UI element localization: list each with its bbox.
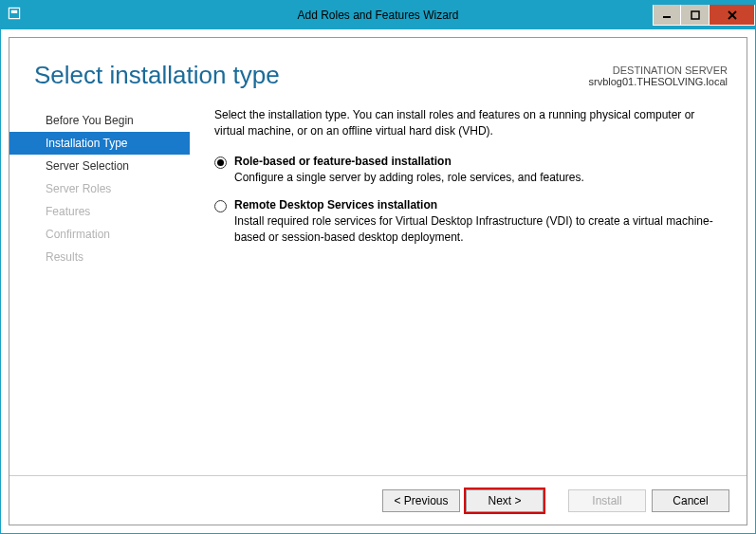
radio-desc: Install required role services for Virtu… (234, 213, 728, 246)
app-icon (7, 6, 26, 25)
radio-desc: Configure a single server by adding role… (234, 170, 728, 186)
content-outer: Select installation type DESTINATION SER… (1, 29, 755, 533)
sidebar-item-confirmation: Confirmation (9, 223, 190, 246)
radio-title: Remote Desktop Services installation (234, 198, 728, 212)
svg-rect-1 (11, 10, 17, 13)
sidebar: Before You Begin Installation Type Serve… (9, 107, 190, 475)
main-content: Select the installation type. You can in… (190, 107, 747, 475)
maximize-button[interactable] (681, 5, 710, 26)
page-title: Select installation type (34, 61, 280, 90)
intro-text: Select the installation type. You can in… (214, 107, 728, 139)
sidebar-item-results: Results (9, 246, 190, 268)
next-button[interactable]: Next > (466, 489, 544, 512)
sidebar-item-before-you-begin[interactable]: Before You Begin (9, 109, 190, 132)
destination-label: DESTINATION SERVER (588, 64, 728, 76)
titlebar: Add Roles and Features Wizard (1, 1, 755, 29)
cancel-button[interactable]: Cancel (652, 489, 729, 512)
sidebar-item-server-roles: Server Roles (9, 177, 190, 200)
radio-option-role-based[interactable]: Role-based or feature-based installation… (214, 155, 728, 186)
minimize-button[interactable] (653, 5, 681, 26)
close-button[interactable] (710, 5, 755, 26)
close-icon (728, 10, 737, 20)
destination-block: DESTINATION SERVER srvblog01.THESOLVING.… (588, 64, 728, 87)
radio-texts: Role-based or feature-based installation… (234, 155, 728, 186)
window-title: Add Roles and Features Wizard (1, 9, 755, 22)
install-button: Install (568, 489, 646, 512)
sidebar-item-installation-type[interactable]: Installation Type (9, 132, 190, 155)
content-panel: Select installation type DESTINATION SER… (9, 37, 747, 525)
destination-value: srvblog01.THESOLVING.local (588, 76, 728, 87)
minimize-icon (662, 10, 672, 20)
window-controls (653, 5, 755, 26)
wizard-window: Add Roles and Features Wizard Select ins… (0, 0, 756, 534)
header-row: Select installation type DESTINATION SER… (9, 38, 747, 107)
maximize-icon (691, 10, 700, 20)
radio-icon (214, 157, 227, 169)
previous-button[interactable]: < Previous (382, 489, 460, 512)
footer: < Previous Next > Install Cancel (9, 475, 747, 525)
radio-icon (214, 200, 227, 212)
body-row: Before You Begin Installation Type Serve… (9, 107, 747, 475)
sidebar-item-features: Features (9, 200, 190, 223)
svg-rect-3 (691, 11, 699, 19)
radio-option-rds[interactable]: Remote Desktop Services installation Ins… (214, 198, 728, 246)
sidebar-item-server-selection[interactable]: Server Selection (9, 155, 190, 177)
radio-texts: Remote Desktop Services installation Ins… (234, 198, 728, 246)
radio-title: Role-based or feature-based installation (234, 155, 728, 168)
